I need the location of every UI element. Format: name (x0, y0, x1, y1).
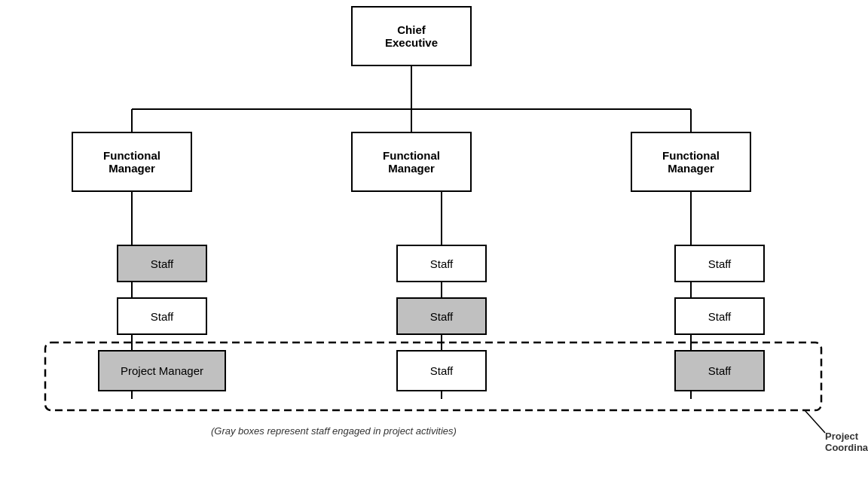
fm-center-label: FunctionalManager (383, 149, 440, 175)
svg-line-18 (805, 410, 825, 433)
staff-center-3-label: Staff (430, 364, 454, 377)
fm-right-node: FunctionalManager (631, 132, 751, 192)
fm-left-node: FunctionalManager (72, 132, 192, 192)
staff-right-1-node: Staff (674, 245, 765, 282)
connector-lines (0, 0, 868, 484)
project-manager-node: Project Manager (98, 350, 226, 391)
staff-center-2-label: Staff (430, 310, 454, 323)
staff-right-2-label: Staff (708, 310, 732, 323)
staff-center-1-node: Staff (396, 245, 487, 282)
staff-right-2-node: Staff (674, 297, 765, 335)
staff-center-1-label: Staff (430, 257, 454, 270)
staff-left-2-node: Staff (117, 297, 207, 335)
staff-right-3-node: Staff (674, 350, 765, 391)
footnote-text: (Gray boxes represent staff engaged in p… (211, 425, 457, 437)
staff-right-1-label: Staff (708, 257, 732, 270)
fm-center-node: FunctionalManager (351, 132, 472, 192)
staff-left-1-label: Staff (151, 257, 174, 270)
project-manager-label: Project Manager (121, 364, 203, 377)
diagram-container: ChiefExecutive FunctionalManager Functio… (0, 0, 868, 484)
fm-right-label: FunctionalManager (662, 149, 720, 175)
staff-left-2-label: Staff (151, 310, 174, 323)
staff-right-3-label: Staff (708, 364, 732, 377)
staff-center-3-node: Staff (396, 350, 487, 391)
project-coordination-label: ProjectCoordination (825, 431, 868, 453)
chief-executive-label: ChiefExecutive (385, 23, 438, 49)
staff-left-1-node: Staff (117, 245, 207, 282)
fm-left-label: FunctionalManager (103, 149, 160, 175)
chief-executive-node: ChiefExecutive (351, 6, 472, 66)
staff-center-2-node: Staff (396, 297, 487, 335)
